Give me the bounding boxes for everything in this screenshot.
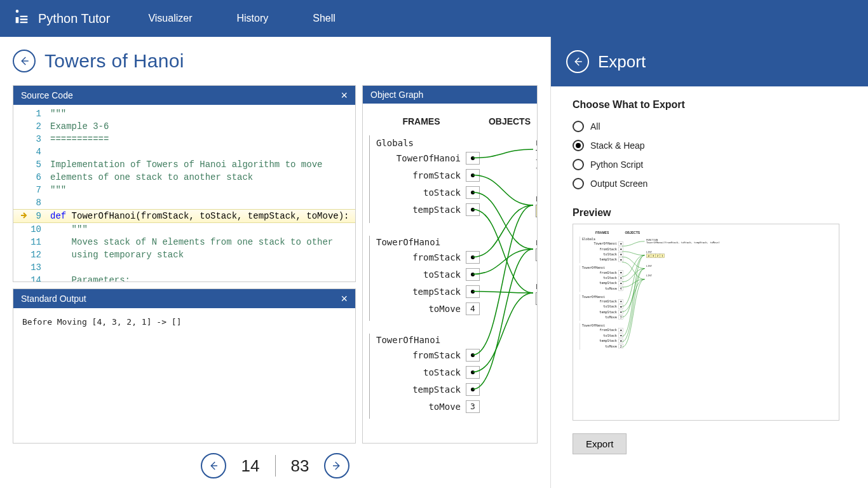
export-header: Export: [551, 37, 868, 86]
object-row: LIST: [536, 283, 537, 305]
export-option[interactable]: All: [573, 117, 846, 136]
frame: TowerOfHanoifromStacktoStacktempStacktoM…: [369, 236, 484, 321]
frame-title: TowerOfHanoi: [370, 237, 484, 247]
source-line: 11 Moves stack of N elements from one st…: [13, 236, 355, 248]
app-logo: Python Tutor: [13, 8, 110, 29]
source-line: 9def TowerOfHanoi(fromStack, toStack, te…: [13, 209, 355, 223]
var-row: fromStack: [370, 346, 484, 363]
var-row: toStack: [370, 184, 484, 201]
current-step: 14: [238, 456, 264, 476]
nav-menu: VisualizerHistoryShell: [148, 13, 335, 24]
source-line: 4: [13, 146, 355, 158]
logo-icon: [13, 8, 31, 29]
var-name: toStack: [423, 367, 461, 377]
list-cell: 4: [536, 205, 537, 217]
source-line: 3===========: [13, 133, 355, 146]
step-divider: [275, 455, 276, 477]
nav-item-shell[interactable]: Shell: [313, 13, 336, 24]
source-panel-header: Source Code ×: [13, 86, 355, 105]
var-row: toStack: [370, 266, 484, 283]
graph-panel: Object Graph FRAMES OBJECTS GlobalsTower…: [362, 85, 538, 444]
back-button[interactable]: [13, 50, 36, 72]
frame-title: Globals: [370, 138, 484, 148]
object-type-label: FUNCTION: [536, 139, 537, 147]
nav-item-visualizer[interactable]: Visualizer: [148, 13, 192, 24]
source-line: 14 Parameters:: [13, 274, 355, 281]
var-name: toStack: [423, 269, 461, 280]
object-type-label: LIST: [536, 283, 537, 291]
prev-step-button[interactable]: [201, 453, 226, 478]
radio-icon: [573, 121, 584, 132]
current-line-arrow-icon: [20, 211, 29, 220]
arrow-left-icon: [18, 55, 30, 67]
object-row: LIST4321: [536, 195, 537, 217]
close-icon[interactable]: ×: [341, 90, 348, 101]
source-panel: Source Code × 1"""2Example 3-63=========…: [13, 85, 356, 282]
arrow-left-icon: [572, 56, 583, 67]
graph-body[interactable]: FRAMES OBJECTS GlobalsTowerOfHanoifromSt…: [363, 104, 537, 443]
var-row: toMove3: [370, 398, 484, 415]
arrow-right-icon: [331, 460, 342, 471]
export-option[interactable]: Python Script: [573, 155, 846, 174]
close-icon[interactable]: ×: [341, 293, 348, 304]
output-panel-title: Standard Output: [21, 294, 86, 304]
source-body[interactable]: 1"""2Example 3-63===========45Implementa…: [13, 105, 355, 281]
frame: TowerOfHanoifromStacktoStacktempStacktoM…: [369, 334, 484, 419]
var-name: tempStack: [412, 287, 461, 297]
var-value-box: [466, 251, 480, 264]
var-value-box: [466, 285, 480, 298]
page-title: Towers of Hanoi: [44, 50, 184, 72]
var-name: fromStack: [412, 252, 461, 262]
list-cells: 4321: [536, 205, 537, 217]
preview-label: Preview: [573, 207, 846, 219]
frames-header: FRAMES: [369, 116, 473, 126]
source-line: 12 using temporary stack: [13, 248, 355, 261]
export-choose-label: Choose What to Export: [573, 99, 846, 111]
radio-icon: [573, 159, 584, 170]
var-value-box: [466, 268, 480, 281]
arrow-left-icon: [208, 460, 219, 471]
output-panel: Standard Output × Before Moving [4, 3, 2…: [13, 288, 356, 444]
export-option-label: Python Script: [590, 159, 643, 170]
export-option[interactable]: Stack & Heap: [573, 136, 846, 155]
var-row: TowerOfHanoi: [370, 149, 484, 166]
export-option[interactable]: Output Screen: [573, 174, 846, 193]
top-nav: Python Tutor VisualizerHistoryShell: [0, 0, 868, 37]
export-option-label: Output Screen: [590, 179, 648, 189]
export-panel: Export Choose What to Export AllStack & …: [550, 37, 868, 488]
export-back-button[interactable]: [566, 50, 589, 73]
export-button[interactable]: Export: [573, 433, 627, 454]
var-name: toMove: [428, 304, 461, 314]
export-radio-group: AllStack & HeapPython ScriptOutput Scree…: [573, 117, 846, 193]
var-value-box: [466, 186, 480, 199]
radio-icon: [573, 178, 584, 189]
var-name: toMove: [428, 402, 461, 412]
var-name: fromStack: [412, 350, 461, 360]
next-step-button[interactable]: [324, 453, 349, 478]
source-line: 8: [13, 196, 355, 209]
frame: GlobalsTowerOfHanoifromStacktoStacktempS…: [369, 135, 484, 223]
source-line: 1""": [13, 107, 355, 120]
var-row: tempStack: [370, 381, 484, 398]
preview-box: FRAMESOBJECTSGlobalsTowerOfHanoifromStac…: [573, 224, 839, 421]
export-title: Export: [598, 52, 646, 72]
object-type-label: LIST: [536, 239, 537, 247]
source-panel-title: Source Code: [21, 90, 73, 100]
nav-item-history[interactable]: History: [236, 13, 268, 24]
step-nav: 14 83: [13, 444, 538, 488]
source-line: 7""": [13, 184, 355, 196]
var-value-box: [466, 203, 480, 216]
page-header: Towers of Hanoi: [13, 50, 538, 72]
var-name: tempStack: [412, 205, 461, 215]
var-name: toStack: [423, 187, 461, 198]
graph-panel-title: Object Graph: [370, 90, 423, 100]
stdout-text: Before Moving [4, 3, 2, 1] -> []: [13, 308, 355, 443]
var-row: fromStack: [370, 248, 484, 266]
var-value-box: 4: [466, 302, 480, 315]
var-row: tempStack: [370, 201, 484, 218]
total-steps: 83: [287, 456, 313, 476]
object-type-label: LIST: [536, 195, 537, 203]
var-row: toMove4: [370, 300, 484, 317]
radio-icon: [573, 140, 584, 151]
object-row: LIST: [536, 239, 537, 261]
